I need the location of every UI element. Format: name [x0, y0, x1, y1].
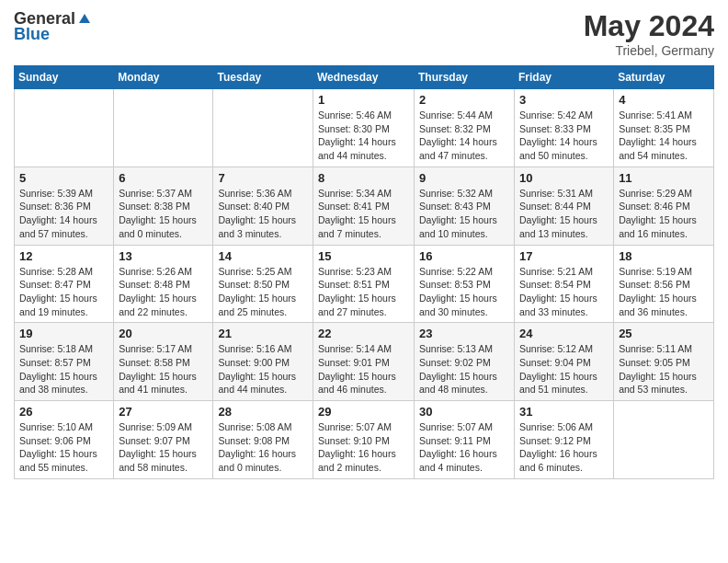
day-number: 6: [119, 171, 208, 185]
header-row: SundayMondayTuesdayWednesdayThursdayFrid…: [15, 66, 714, 89]
day-number: 24: [519, 327, 609, 340]
calendar-day-10: 10Sunrise: 5:31 AM Sunset: 8:44 PM Dayli…: [515, 167, 614, 245]
day-info: Sunrise: 5:22 AM Sunset: 8:53 PM Dayligh…: [419, 265, 509, 319]
day-number: 5: [19, 171, 108, 185]
calendar-day-7: 7Sunrise: 5:36 AM Sunset: 8:40 PM Daylig…: [213, 167, 313, 245]
calendar-day-17: 17Sunrise: 5:21 AM Sunset: 8:54 PM Dayli…: [515, 245, 614, 323]
day-number: 21: [218, 327, 308, 340]
day-header-thursday: Thursday: [415, 66, 515, 89]
logo-icon: [77, 12, 92, 27]
svg-marker-0: [79, 14, 90, 23]
title-block: May 2024 Triebel, Germany: [584, 9, 714, 58]
day-number: 19: [19, 327, 108, 340]
calendar-day-22: 22Sunrise: 5:14 AM Sunset: 9:01 PM Dayli…: [313, 323, 415, 401]
calendar-header: SundayMondayTuesdayWednesdayThursdayFrid…: [15, 66, 714, 89]
calendar-day-5: 5Sunrise: 5:39 AM Sunset: 8:36 PM Daylig…: [15, 167, 114, 245]
calendar-table: SundayMondayTuesdayWednesdayThursdayFrid…: [14, 65, 714, 479]
day-info: Sunrise: 5:14 AM Sunset: 9:01 PM Dayligh…: [318, 342, 409, 396]
calendar-day-28: 28Sunrise: 5:08 AM Sunset: 9:08 PM Dayli…: [213, 401, 313, 479]
day-info: Sunrise: 5:28 AM Sunset: 8:47 PM Dayligh…: [19, 265, 108, 319]
day-info: Sunrise: 5:29 AM Sunset: 8:46 PM Dayligh…: [619, 187, 709, 241]
calendar-day-25: 25Sunrise: 5:11 AM Sunset: 9:05 PM Dayli…: [614, 323, 714, 401]
day-info: Sunrise: 5:07 AM Sunset: 9:11 PM Dayligh…: [419, 420, 509, 475]
day-header-friday: Friday: [515, 66, 614, 89]
logo: General Blue: [14, 9, 92, 44]
day-info: Sunrise: 5:10 AM Sunset: 9:06 PM Dayligh…: [19, 420, 108, 475]
day-number: 30: [419, 405, 509, 419]
calendar-day-30: 30Sunrise: 5:07 AM Sunset: 9:11 PM Dayli…: [415, 401, 515, 479]
empty-cell: [614, 401, 714, 479]
day-info: Sunrise: 5:32 AM Sunset: 8:43 PM Dayligh…: [419, 187, 509, 241]
calendar-day-29: 29Sunrise: 5:07 AM Sunset: 9:10 PM Dayli…: [313, 401, 415, 479]
day-info: Sunrise: 5:13 AM Sunset: 9:02 PM Dayligh…: [419, 342, 509, 396]
empty-cell: [213, 89, 313, 167]
calendar-day-14: 14Sunrise: 5:25 AM Sunset: 8:50 PM Dayli…: [213, 245, 313, 323]
page-header: General Blue May 2024 Triebel, Germany: [14, 9, 714, 58]
calendar-week-4: 19Sunrise: 5:18 AM Sunset: 8:57 PM Dayli…: [15, 323, 714, 401]
calendar-day-4: 4Sunrise: 5:41 AM Sunset: 8:35 PM Daylig…: [614, 89, 714, 167]
calendar-day-24: 24Sunrise: 5:12 AM Sunset: 9:04 PM Dayli…: [515, 323, 614, 401]
logo-blue-text: Blue: [14, 25, 50, 44]
calendar-day-9: 9Sunrise: 5:32 AM Sunset: 8:43 PM Daylig…: [415, 167, 515, 245]
calendar-title: May 2024: [584, 9, 714, 43]
calendar-day-16: 16Sunrise: 5:22 AM Sunset: 8:53 PM Dayli…: [415, 245, 515, 323]
day-number: 4: [619, 93, 709, 107]
calendar-week-5: 26Sunrise: 5:10 AM Sunset: 9:06 PM Dayli…: [15, 401, 714, 479]
day-info: Sunrise: 5:19 AM Sunset: 8:56 PM Dayligh…: [619, 265, 709, 319]
calendar-day-8: 8Sunrise: 5:34 AM Sunset: 8:41 PM Daylig…: [313, 167, 415, 245]
day-number: 9: [419, 171, 509, 185]
day-info: Sunrise: 5:37 AM Sunset: 8:38 PM Dayligh…: [119, 187, 208, 241]
calendar-day-27: 27Sunrise: 5:09 AM Sunset: 9:07 PM Dayli…: [114, 401, 213, 479]
day-info: Sunrise: 5:12 AM Sunset: 9:04 PM Dayligh…: [519, 342, 609, 396]
day-number: 29: [318, 405, 409, 419]
day-info: Sunrise: 5:11 AM Sunset: 9:05 PM Dayligh…: [619, 342, 709, 396]
day-header-sunday: Sunday: [15, 66, 114, 89]
calendar-day-11: 11Sunrise: 5:29 AM Sunset: 8:46 PM Dayli…: [614, 167, 714, 245]
day-number: 14: [218, 249, 308, 263]
day-number: 8: [318, 171, 409, 185]
day-header-saturday: Saturday: [614, 66, 714, 89]
day-info: Sunrise: 5:36 AM Sunset: 8:40 PM Dayligh…: [218, 187, 308, 241]
day-info: Sunrise: 5:16 AM Sunset: 9:00 PM Dayligh…: [218, 342, 308, 396]
day-number: 25: [619, 327, 709, 340]
day-number: 27: [119, 405, 208, 419]
calendar-location: Triebel, Germany: [584, 43, 714, 58]
day-number: 18: [619, 249, 709, 263]
calendar-day-26: 26Sunrise: 5:10 AM Sunset: 9:06 PM Dayli…: [15, 401, 114, 479]
calendar-day-18: 18Sunrise: 5:19 AM Sunset: 8:56 PM Dayli…: [614, 245, 714, 323]
day-number: 2: [419, 93, 509, 107]
calendar-day-3: 3Sunrise: 5:42 AM Sunset: 8:33 PM Daylig…: [515, 89, 614, 167]
calendar-day-19: 19Sunrise: 5:18 AM Sunset: 8:57 PM Dayli…: [15, 323, 114, 401]
calendar-day-20: 20Sunrise: 5:17 AM Sunset: 8:58 PM Dayli…: [114, 323, 213, 401]
day-info: Sunrise: 5:34 AM Sunset: 8:41 PM Dayligh…: [318, 187, 409, 241]
day-number: 7: [218, 171, 308, 185]
day-number: 1: [318, 93, 409, 107]
day-info: Sunrise: 5:39 AM Sunset: 8:36 PM Dayligh…: [19, 187, 108, 241]
day-header-monday: Monday: [114, 66, 213, 89]
empty-cell: [15, 89, 114, 167]
day-info: Sunrise: 5:08 AM Sunset: 9:08 PM Dayligh…: [218, 420, 308, 475]
day-number: 12: [19, 249, 108, 263]
calendar-day-12: 12Sunrise: 5:28 AM Sunset: 8:47 PM Dayli…: [15, 245, 114, 323]
day-number: 13: [119, 249, 208, 263]
day-info: Sunrise: 5:25 AM Sunset: 8:50 PM Dayligh…: [218, 265, 308, 319]
day-info: Sunrise: 5:31 AM Sunset: 8:44 PM Dayligh…: [519, 187, 609, 241]
calendar-day-13: 13Sunrise: 5:26 AM Sunset: 8:48 PM Dayli…: [114, 245, 213, 323]
calendar-day-6: 6Sunrise: 5:37 AM Sunset: 8:38 PM Daylig…: [114, 167, 213, 245]
day-info: Sunrise: 5:17 AM Sunset: 8:58 PM Dayligh…: [119, 342, 208, 396]
day-info: Sunrise: 5:26 AM Sunset: 8:48 PM Dayligh…: [119, 265, 208, 319]
day-number: 3: [519, 93, 609, 107]
calendar-body: 1Sunrise: 5:46 AM Sunset: 8:30 PM Daylig…: [15, 89, 714, 479]
day-info: Sunrise: 5:41 AM Sunset: 8:35 PM Dayligh…: [619, 109, 709, 163]
day-number: 16: [419, 249, 509, 263]
day-info: Sunrise: 5:07 AM Sunset: 9:10 PM Dayligh…: [318, 420, 409, 475]
day-number: 20: [119, 327, 208, 340]
day-header-tuesday: Tuesday: [213, 66, 313, 89]
calendar-day-1: 1Sunrise: 5:46 AM Sunset: 8:30 PM Daylig…: [313, 89, 415, 167]
calendar-week-2: 5Sunrise: 5:39 AM Sunset: 8:36 PM Daylig…: [15, 167, 714, 245]
day-number: 10: [519, 171, 609, 185]
day-info: Sunrise: 5:21 AM Sunset: 8:54 PM Dayligh…: [519, 265, 609, 319]
day-number: 26: [19, 405, 108, 419]
day-header-wednesday: Wednesday: [313, 66, 415, 89]
day-info: Sunrise: 5:06 AM Sunset: 9:12 PM Dayligh…: [519, 420, 609, 475]
